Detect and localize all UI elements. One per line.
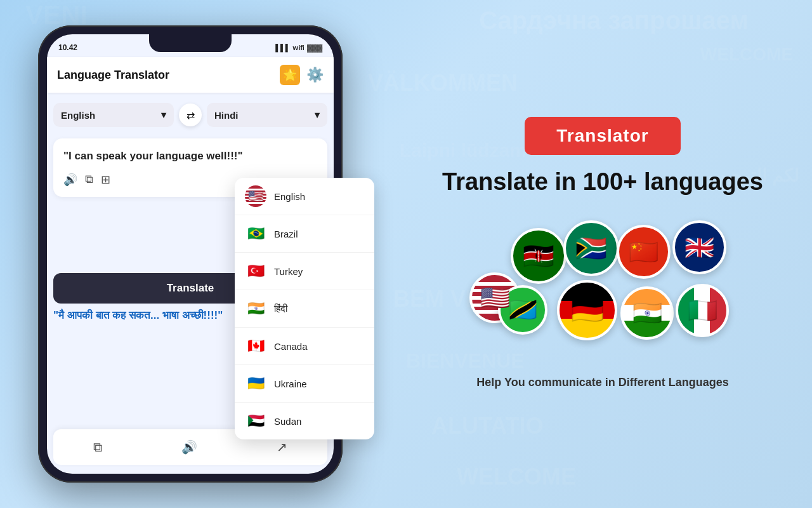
dropdown-item-canada[interactable]: 🇨🇦 Canada <box>235 328 374 365</box>
flag-turkey: 🇹🇷 <box>245 260 266 282</box>
flag-india: 🇮🇳 <box>245 298 266 319</box>
translator-badge: Translator <box>525 117 680 155</box>
flag-ukraine: 🇺🇦 <box>245 373 266 394</box>
source-language-dropdown[interactable]: English ▾ <box>53 103 174 127</box>
phone-mockup: 10.42 ▌▌▌ wifi ▓▓▓ Language Translator 🌟… <box>38 25 368 483</box>
swap-languages-button[interactable]: ⇄ <box>179 104 202 126</box>
app-header: Language Translator 🌟 ⚙️ <box>47 57 334 93</box>
expand-icon[interactable]: ⊞ <box>101 173 110 187</box>
flag-ball-china: 🇨🇳 <box>617 225 671 279</box>
language-selector-row: English ▾ ⇄ Hindi ▾ <box>53 103 327 127</box>
flags-cluster: 🇺🇸 🇰🇪 🇿🇦 🇨🇳 🇬🇧 🇹🇿 🇩🇪 🇮🇳 <box>469 215 736 355</box>
right-promo-section: Translator Translate in 100+ languages 🇺… <box>393 0 812 508</box>
swap-icon: ⇄ <box>187 109 195 121</box>
dropdown-label-sudan: Sudan <box>274 416 301 427</box>
dropdown-label-brazil: Brazil <box>274 229 298 239</box>
bottom-copy-icon[interactable]: ⧉ <box>93 440 102 455</box>
bottom-speaker-icon[interactable]: 🔊 <box>181 439 197 455</box>
source-text-content: "I can speak your language well!!!" <box>63 149 317 164</box>
dropdown-item-ukraine[interactable]: 🇺🇦 Ukraine <box>235 365 374 403</box>
flag-us: 🇺🇸 <box>245 185 266 207</box>
star-badge[interactable]: 🌟 <box>280 65 300 85</box>
status-icons: ▌▌▌ wifi ▓▓▓ <box>275 44 322 51</box>
dropdown-label-canada: Canada <box>274 341 308 352</box>
dropdown-item-hindi[interactable]: 🇮🇳 हिंदी <box>235 290 374 328</box>
dropdown-label-turkey: Turkey <box>274 266 303 277</box>
target-lang-chevron: ▾ <box>315 109 320 121</box>
flag-ball-india: 🇮🇳 <box>620 286 674 340</box>
source-lang-chevron: ▾ <box>161 109 166 121</box>
headline-text: Translate in 100+ languages <box>442 168 763 197</box>
target-lang-label: Hindi <box>214 110 239 121</box>
dropdown-item-turkey[interactable]: 🇹🇷 Turkey <box>235 253 374 290</box>
flag-ball-kenya: 🇰🇪 <box>511 228 566 284</box>
flag-canada: 🇨🇦 <box>245 335 266 357</box>
flag-brazil: 🇧🇷 <box>245 223 266 244</box>
flag-sudan: 🇸🇩 <box>245 410 266 432</box>
dropdown-label-hindi: हिंदी <box>274 303 287 314</box>
header-icons: 🌟 ⚙️ <box>280 65 324 85</box>
subtitle-content: Help You communicate in Different Langua… <box>476 376 728 389</box>
phone-notch <box>149 34 232 52</box>
speaker-icon[interactable]: 🔊 <box>63 173 77 187</box>
copy-icon[interactable]: ⧉ <box>85 173 93 186</box>
phone-time: 10.42 <box>58 43 77 52</box>
flag-ball-italy: 🇮🇹 <box>676 284 729 337</box>
target-language-dropdown[interactable]: Hindi ▾ <box>207 103 327 127</box>
bottom-share-icon[interactable]: ↗ <box>277 439 287 455</box>
translate-button-label: Translate <box>167 282 214 294</box>
source-lang-label: English <box>61 110 95 121</box>
flag-ball-germany: 🇩🇪 <box>557 280 617 340</box>
language-dropdown-menu[interactable]: 🇺🇸 English 🇧🇷 Brazil 🇹🇷 Turkey 🇮🇳 हिंदी … <box>235 178 374 439</box>
dropdown-label-english: English <box>274 191 305 202</box>
flag-ball-uk: 🇬🇧 <box>672 220 726 274</box>
signal-icon: ▌▌▌ <box>275 44 290 51</box>
settings-icon[interactable]: ⚙️ <box>306 67 324 83</box>
dropdown-item-english[interactable]: 🇺🇸 English <box>235 178 374 215</box>
dropdown-item-brazil[interactable]: 🇧🇷 Brazil <box>235 215 374 253</box>
subtitle-text: Help You communicate in Different Langua… <box>476 374 728 391</box>
flag-ball-sa: 🇿🇦 <box>563 220 619 276</box>
app-title-text: Language Translator <box>57 69 169 82</box>
dropdown-label-ukraine: Ukraine <box>274 378 307 389</box>
battery-icon: ▓▓▓ <box>307 44 322 51</box>
dropdown-item-sudan[interactable]: 🇸🇩 Sudan <box>235 403 374 439</box>
wifi-icon: wifi <box>293 44 304 51</box>
